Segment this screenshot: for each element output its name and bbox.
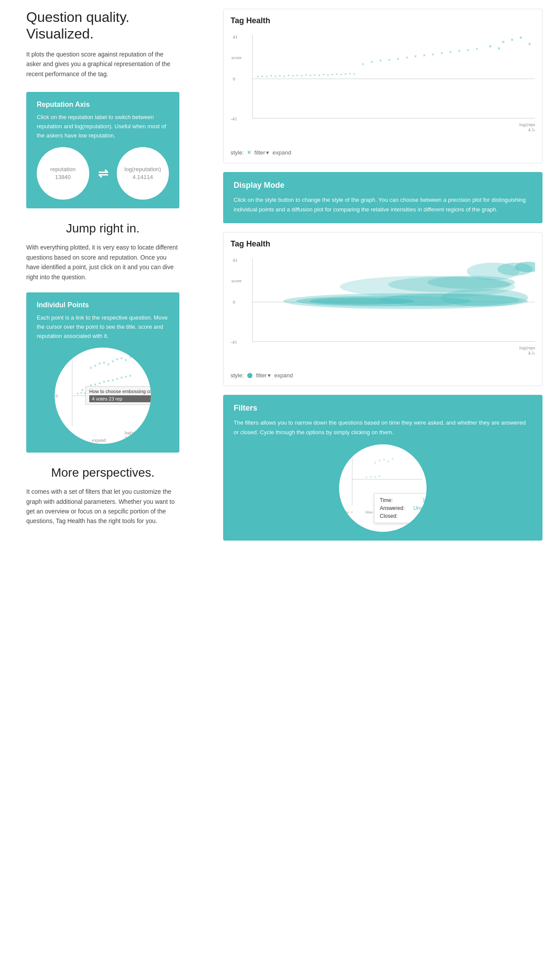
chart2-controls: style: filter ▾ expand [231,372,535,379]
svg-text:×: × [257,74,259,79]
svg-text:style: ×: style: × [341,510,353,514]
chart1-filter-btn[interactable]: filter ▾ [255,149,270,156]
intro-text: It plots the question score against repu… [26,49,179,79]
svg-text:×: × [387,459,389,464]
svg-text:×: × [432,52,434,57]
display-mode-title: Display Mode [234,181,532,190]
svg-text:×: × [379,58,382,63]
svg-text:×: × [344,72,346,76]
chart2-filter-btn[interactable]: filter ▾ [256,372,271,379]
svg-text:-41: -41 [55,423,60,428]
reputation-demo: reputation 13840 ⇌ log(reputation) 4.141… [37,147,169,200]
svg-text:×: × [374,460,376,465]
switch-arrow[interactable]: ⇌ [98,166,108,181]
svg-text:×: × [261,74,263,78]
chart2-expand-btn[interactable]: expand [274,372,293,379]
svg-text:×: × [279,74,281,78]
section2-text: With everything plotted, it is very easy… [26,243,179,282]
svg-text:×: × [112,359,114,364]
svg-text:×: × [336,72,338,76]
svg-text:4.14114: 4.14114 [125,436,139,440]
tooltip-demo: How to choose embossing color? 4 votes 2… [85,386,151,405]
svg-text:×: × [107,362,110,367]
svg-text:×: × [414,54,417,59]
svg-text:×: × [94,363,97,368]
log-rep-label: log(reputation) [124,165,161,173]
chart1-controls: style: × filter ▾ expand [231,149,535,156]
svg-text:×: × [270,74,272,78]
svg-text:×: × [371,60,373,64]
svg-text:×: × [362,62,364,67]
svg-text:×: × [349,71,351,76]
filter-answered-value[interactable]: Unanswered [413,505,427,511]
svg-text:0: 0 [233,299,235,305]
svg-text:×: × [120,375,123,380]
svg-text:0: 0 [233,76,235,81]
scatter-demo-circle: × × × × × × × × × × × × × × × × × × × × [55,348,151,444]
svg-text:×: × [392,457,394,461]
chart1-expand-btn[interactable]: expand [273,149,291,156]
chart2-style-label: style: [231,372,244,379]
reputation-circle[interactable]: reputation 13840 [37,147,89,200]
display-mode-desc: Click on the style button to change the … [234,195,532,214]
svg-text:×: × [322,72,325,77]
svg-text:×: × [292,74,294,78]
reputation-axis-desc: Click on the reputation label to switch … [37,113,169,140]
individual-points-desc: Each point is a link to the respective q… [37,313,169,341]
svg-text:×: × [340,72,342,77]
filter-answered-label: Answered: [380,505,405,511]
svg-text:×: × [116,357,119,362]
section3-text: It comes with a set of filters that let … [26,487,179,526]
svg-text:41: 41 [57,350,61,355]
svg-text:×: × [283,74,285,78]
svg-text:×: × [120,356,123,361]
filter-answered-row: Answered: Unanswered [380,505,427,511]
svg-text:×: × [497,46,500,52]
filters-title: Filters [234,404,532,413]
chart1-style-x[interactable]: × [247,149,251,156]
svg-text:4.14114: 4.14114 [528,350,535,355]
svg-point-113 [427,276,515,289]
svg-text:×: × [314,73,316,77]
tooltip-title: How to choose embossing color? [89,389,151,394]
svg-text:×: × [511,37,514,43]
svg-text:×: × [125,358,127,362]
svg-text:×: × [476,46,478,51]
filter-closed-value[interactable]: Not closed [418,513,427,519]
filters-panel: Filters The filters allows you to narrow… [223,395,542,541]
svg-text:×: × [519,35,522,41]
filter-closed-row: Closed: Not closed [380,513,427,519]
chart2-style-dot[interactable] [247,373,252,378]
log-reputation-circle[interactable]: log(reputation) 4.14114 [117,147,169,200]
svg-text:×: × [423,53,426,58]
section3-title: More perspectives. [26,466,179,480]
svg-text:×: × [305,73,307,77]
chart1-style-label: style: [231,149,244,156]
svg-text:×: × [266,74,268,79]
svg-text:×: × [133,353,136,358]
filter-dropdown: Time: 12 hours Answered: Unanswered Clos… [374,493,427,523]
log-rep-value: 4.14114 [133,173,153,181]
svg-text:×: × [353,72,355,76]
filter-closed-label: Closed: [380,513,398,519]
svg-text:×: × [103,380,105,384]
svg-text:×: × [77,391,79,396]
filter-circle-demo: × × × × × × × × × style: × filter ▾ expa… [234,444,532,532]
svg-text:score: score [231,55,242,60]
svg-text:×: × [301,74,303,78]
svg-text:×: × [129,355,132,359]
svg-text:×: × [370,474,372,479]
tooltip-votes: 4 votes 23 rep [89,395,151,402]
display-mode-panel: Display Mode Click on the style button t… [223,172,542,223]
svg-text:×: × [441,51,443,56]
svg-text:×: × [309,73,312,77]
svg-text:×: × [98,361,101,366]
filter-time-label: Time: [380,497,393,503]
svg-text:×: × [318,73,320,77]
chart2-title: Tag Health [231,239,535,249]
svg-text:×: × [406,55,408,60]
svg-text:×: × [80,390,82,395]
svg-text:-41: -41 [231,116,237,121]
svg-text:×: × [489,43,492,49]
filter-time-value[interactable]: 12 hours [422,497,427,503]
